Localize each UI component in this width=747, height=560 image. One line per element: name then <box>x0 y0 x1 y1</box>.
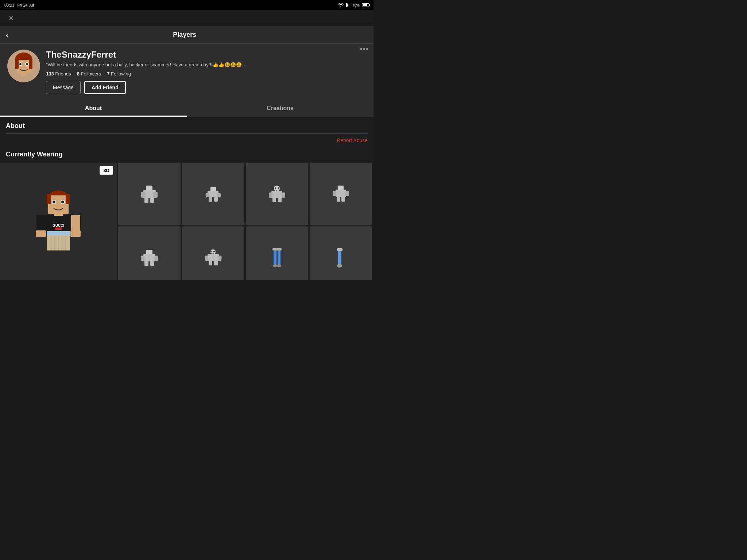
item-4[interactable] <box>310 163 372 225</box>
svg-rect-70 <box>278 248 280 267</box>
dot2 <box>363 48 365 50</box>
followers-count: 8 Followers <box>77 71 101 77</box>
svg-point-6 <box>26 63 28 65</box>
dot1 <box>360 48 362 50</box>
item-2[interactable] <box>182 163 244 225</box>
profile-header: TheSnazzyFerret "Will be friends with an… <box>0 44 374 100</box>
wearing-heading: Currently Wearing <box>0 147 374 163</box>
svg-rect-8 <box>15 58 19 69</box>
svg-rect-53 <box>333 191 336 196</box>
close-button[interactable]: ✕ <box>6 13 16 23</box>
top-bar: ✕ <box>0 10 374 26</box>
status-right: 70% <box>338 3 369 7</box>
svg-rect-55 <box>337 197 340 202</box>
svg-point-15 <box>61 201 64 203</box>
svg-rect-30 <box>54 212 63 216</box>
svg-point-72 <box>277 264 281 267</box>
status-bar: 03:21 Fri 24 Jul 70% <box>0 0 374 10</box>
svg-rect-7 <box>21 73 27 77</box>
svg-rect-18 <box>55 228 62 230</box>
svg-point-67 <box>210 251 212 252</box>
svg-rect-57 <box>146 250 152 254</box>
moon-icon <box>346 3 350 7</box>
svg-rect-31 <box>47 194 51 204</box>
svg-rect-56 <box>341 197 345 202</box>
svg-rect-26 <box>36 230 46 237</box>
svg-rect-59 <box>141 256 144 261</box>
nav-bar: ‹ Players <box>0 26 374 44</box>
stats: 133 Friends 8 Followers 7 Following <box>46 71 366 77</box>
svg-rect-9 <box>29 58 32 69</box>
svg-rect-33 <box>146 186 152 191</box>
username: TheSnazzyFerret <box>46 50 366 60</box>
svg-rect-36 <box>153 192 158 198</box>
item-3[interactable] <box>246 163 308 225</box>
svg-rect-58 <box>143 254 155 261</box>
message-button[interactable]: Message <box>46 81 81 94</box>
dot3 <box>366 48 368 50</box>
avatar-3d-view: 3D GUCCI <box>0 163 117 280</box>
svg-rect-62 <box>150 261 154 266</box>
content-area: About Report Abuse Currently Wearing 3D <box>0 117 374 280</box>
avatar <box>7 50 40 82</box>
back-button[interactable]: ‹ <box>6 31 8 39</box>
profile-actions: Message Add Friend <box>46 81 366 94</box>
svg-rect-44 <box>271 191 282 198</box>
svg-point-75 <box>337 264 342 268</box>
status-left: 03:21 Fri 24 Jul <box>4 3 34 7</box>
svg-rect-46 <box>282 192 285 198</box>
svg-rect-51 <box>338 186 344 190</box>
svg-rect-35 <box>141 192 146 198</box>
svg-rect-11 <box>48 195 69 214</box>
avatar-image <box>7 50 40 82</box>
svg-rect-32 <box>66 194 70 204</box>
svg-rect-38 <box>150 198 154 203</box>
svg-rect-73 <box>272 248 282 250</box>
character-3d: GUCCI <box>29 187 88 264</box>
svg-rect-27 <box>71 215 80 231</box>
svg-rect-54 <box>345 191 349 196</box>
svg-rect-52 <box>336 190 346 197</box>
svg-rect-66 <box>214 261 218 265</box>
svg-point-49 <box>275 187 276 189</box>
about-heading: About <box>0 117 374 133</box>
wearing-section: 3D GUCCI <box>0 163 374 280</box>
item-7[interactable] <box>246 226 308 280</box>
page-title: Players <box>13 31 357 39</box>
item-8[interactable] <box>310 226 372 280</box>
svg-rect-47 <box>272 198 276 202</box>
report-abuse-button[interactable]: Report Abuse <box>0 134 374 147</box>
item-1[interactable] <box>118 163 181 225</box>
date: Fri 24 Jul <box>18 3 34 7</box>
svg-rect-65 <box>209 261 212 265</box>
svg-rect-29 <box>47 231 70 236</box>
svg-rect-25 <box>36 215 46 231</box>
wifi-icon <box>338 3 344 7</box>
svg-point-5 <box>19 63 22 65</box>
battery-icon <box>362 3 369 7</box>
item-5[interactable] <box>118 226 181 280</box>
svg-rect-42 <box>214 197 218 202</box>
svg-rect-61 <box>144 261 148 266</box>
svg-point-71 <box>273 264 277 267</box>
bio: "Will be friends with anyone but a bully… <box>46 62 366 67</box>
svg-text:GUCCI: GUCCI <box>53 223 64 228</box>
3d-button[interactable]: 3D <box>100 166 113 175</box>
following-count: 7 Following <box>107 71 131 77</box>
tab-creations[interactable]: Creations <box>187 100 374 117</box>
battery-percent: 70% <box>352 3 360 7</box>
svg-rect-74 <box>338 248 341 266</box>
more-options-button[interactable] <box>360 48 368 50</box>
tabs: About Creations <box>0 100 374 117</box>
item-6[interactable] <box>182 226 244 280</box>
svg-point-68 <box>213 251 215 252</box>
svg-rect-45 <box>269 192 272 198</box>
svg-rect-64 <box>208 254 219 261</box>
profile-info: TheSnazzyFerret "Will be friends with an… <box>46 50 366 94</box>
add-friend-button[interactable]: Add Friend <box>84 81 126 94</box>
svg-rect-69 <box>274 248 276 267</box>
tab-about[interactable]: About <box>0 100 187 117</box>
items-grid <box>117 163 374 280</box>
svg-rect-37 <box>144 198 148 203</box>
svg-rect-39 <box>210 187 216 191</box>
